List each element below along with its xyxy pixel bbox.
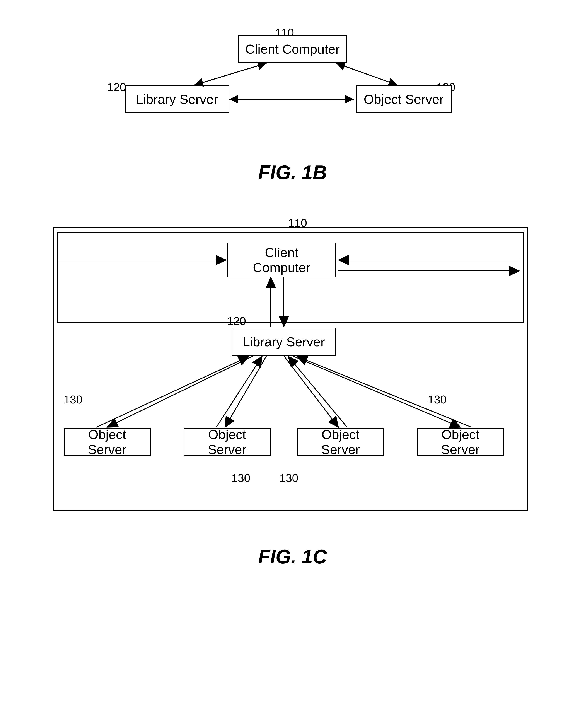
- arrow-client-to-library: [195, 63, 266, 85]
- ref-130d-fig1c: 130: [428, 393, 447, 406]
- fig1c-title: FIG. 1C: [258, 546, 327, 568]
- ref-130b-fig1c: 130: [232, 471, 251, 485]
- object-server-3-box: Object Server: [297, 428, 384, 456]
- ref-120-label: 120: [107, 81, 126, 94]
- client-computer-box-1c: ClientComputer: [227, 242, 336, 278]
- arrow-object-to-client: [336, 63, 397, 85]
- object-server-4-box: Object Server: [417, 428, 504, 456]
- fig1b-section: 110 Client Computer 120 Library Server 1…: [31, 13, 554, 184]
- fig1c-section: 110 ClientComputer 120 Library Server 13…: [31, 201, 554, 568]
- ref-130a-fig1c: 130: [63, 393, 83, 406]
- ref-120-fig1c: 120: [227, 314, 246, 328]
- fig1b-diagram: 110 Client Computer 120 Library Server 1…: [96, 22, 489, 153]
- object-server-box: Object Server: [356, 85, 452, 113]
- arrow-client-to-object: [336, 63, 397, 85]
- ref-130c-fig1c: 130: [280, 471, 299, 485]
- library-server-box-1c: Library Server: [232, 328, 336, 356]
- fig1b-title: FIG. 1B: [258, 161, 327, 184]
- client-computer-box: Client Computer: [238, 35, 347, 63]
- ref-110-fig1c: 110: [288, 216, 307, 230]
- library-server-box: Library Server: [125, 85, 229, 113]
- object-server-2-box: Object Server: [184, 428, 271, 456]
- object-server-1-box: Object Server: [63, 428, 151, 456]
- arrow-library-to-client: [195, 63, 266, 85]
- fig1c-diagram: 110 ClientComputer 120 Library Server 13…: [53, 210, 532, 537]
